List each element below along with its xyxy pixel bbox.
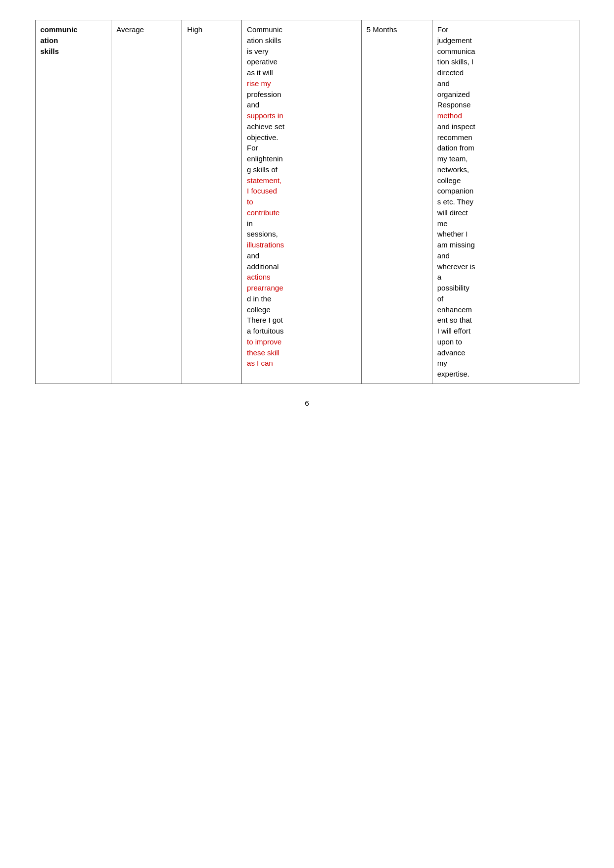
col6-line-12: networks, <box>437 165 469 174</box>
col6-line-7: method <box>437 111 462 120</box>
col6-line-16: will direct <box>437 208 468 217</box>
col4-line-19: sessions, <box>247 230 278 238</box>
col6-line-10: dation from <box>437 144 474 152</box>
col4-line-7: and <box>247 100 259 109</box>
col6-line-1: communica <box>437 47 475 55</box>
col4-line-12: enlightenin <box>247 154 283 163</box>
col4-line-8: supports in <box>247 111 283 120</box>
col6-line-18: whether I <box>437 230 468 238</box>
col4-line-17: contribute <box>247 208 280 217</box>
col4-line-25: d in the <box>247 294 271 303</box>
table-row-header: communic ation skills Average High Commu… <box>35 20 579 384</box>
col4-line-5: rise my <box>247 79 271 88</box>
col1-line2: ation <box>41 36 58 45</box>
col4-line-10: objective. <box>247 133 278 142</box>
col4-line-16: to <box>247 197 253 206</box>
col4-line-18: in <box>247 219 253 228</box>
col6-header-for: For <box>437 25 449 34</box>
col4-line-30: these skill <box>247 348 280 357</box>
col1-header: communic ation skills <box>35 20 111 384</box>
col4-line-14: statement, <box>247 176 282 185</box>
col2-header-text: Average <box>116 25 144 34</box>
col6-line-19: am missing <box>437 241 475 249</box>
col6-line-14: companion <box>437 187 473 195</box>
col4-line-6: profession <box>247 90 281 98</box>
col4-line-3: operative <box>247 57 278 66</box>
col4-line-4: as it will <box>247 68 273 77</box>
skills-table: communic ation skills Average High Commu… <box>35 20 579 384</box>
col6-line-22: a <box>437 273 441 281</box>
col6-line-15: s etc. They <box>437 197 473 206</box>
col4-cell: Communication skillsis veryoperativeas i… <box>242 20 362 384</box>
col4-line-27: There I got <box>247 316 283 324</box>
main-table-wrapper: communic ation skills Average High Commu… <box>35 20 579 384</box>
col1-line3: skills <box>41 47 59 55</box>
col4-line-29: to improve <box>247 338 282 346</box>
col5-header: 5 Months <box>361 20 432 384</box>
col6-line-21: wherever is <box>437 262 475 271</box>
col6-line-8: and inspect <box>437 122 475 131</box>
col6-line-24: of <box>437 294 444 303</box>
col2-header: Average <box>111 20 182 384</box>
col6-line-31: expertise. <box>437 370 470 378</box>
col6-line-28: upon to <box>437 338 462 346</box>
col6-line-9: recommen <box>437 133 472 142</box>
col6-cell: Forjudgementcommunication skills, Idirec… <box>432 20 579 384</box>
col6-line-5: organized <box>437 90 470 98</box>
col6-line-25: enhancem <box>437 305 472 314</box>
col6-line-27: I will effort <box>437 327 471 335</box>
col1-header-text: communic <box>41 25 78 34</box>
col4-line-20: illustrations <box>247 241 284 249</box>
col6-line-20: and <box>437 251 450 260</box>
col4-line-26: college <box>247 305 271 314</box>
col6-line-13: college <box>437 176 461 185</box>
col6-line-17: me <box>437 219 448 228</box>
col4-line-1: ation skills <box>247 36 281 45</box>
col3-header: High <box>182 20 242 384</box>
col4-line-9: achieve set <box>247 122 284 131</box>
page-number: 6 <box>305 399 309 407</box>
col4-line-24: prearrange <box>247 284 283 292</box>
col6-line-11: my team, <box>437 154 468 163</box>
col4-line-31: as I can <box>247 359 273 367</box>
col5-header-text: 5 Months <box>367 25 397 34</box>
col6-line-2: tion skills, I <box>437 57 473 66</box>
col4-line-0: Communic <box>247 25 283 34</box>
col4-line-28: a fortuitous <box>247 327 283 335</box>
col3-header-text: High <box>187 25 202 34</box>
col6-line-3: directed <box>437 68 464 77</box>
col6-line-30: my <box>437 359 447 367</box>
col4-line-11: For <box>247 144 258 152</box>
col6-line-0: judgement <box>437 36 472 45</box>
col6-line-29: advance <box>437 348 466 357</box>
col6-line-23: possibility <box>437 284 470 292</box>
col6-line-26: ent so that <box>437 316 472 324</box>
col4-line-23: actions <box>247 273 271 281</box>
col4-line-2: is very <box>247 47 268 55</box>
col6-line-4: and <box>437 79 450 88</box>
col4-line-21: and <box>247 251 259 260</box>
col4-line-22: additional <box>247 262 279 271</box>
col4-line-13: g skills of <box>247 165 278 174</box>
col4-line-15: I focused <box>247 187 277 195</box>
col6-line-6: Response <box>437 100 471 109</box>
